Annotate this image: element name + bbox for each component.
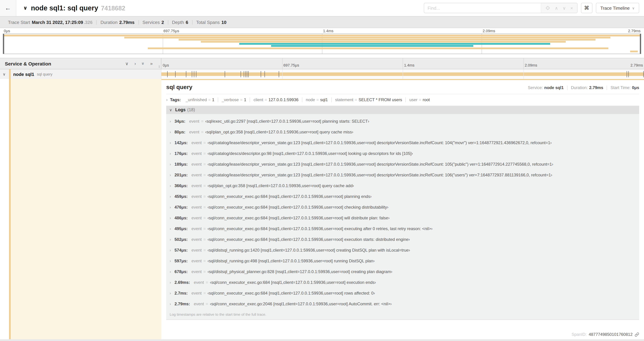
find-input[interactable] — [424, 3, 541, 13]
trace-summary-bar: Trace StartMarch 31 2022, 17:25:09.326Du… — [0, 16, 644, 28]
equals-sign: = — [204, 226, 206, 231]
grid-line — [282, 58, 282, 69]
log-field-key: event — [192, 215, 202, 220]
minimap-canvas[interactable] — [3, 34, 641, 54]
log-entry[interactable]: ›176μs:event=‹sql/catalog/descs/descript… — [166, 148, 639, 159]
logs-header[interactable]: ∨ Logs (18) — [166, 106, 639, 114]
log-timestamp: 366μs: — [174, 183, 188, 188]
log-entry[interactable]: ›366μs:event=‹sql/plan_opt.go:358 [nsql1… — [166, 180, 639, 191]
tag: _unfinished=1 — [182, 97, 218, 102]
log-entry[interactable]: ›678μs:event=‹sql/distsql_physical_plann… — [166, 266, 639, 277]
log-timestamp: 574μs: — [174, 248, 188, 252]
chevron-right-icon: › — [170, 194, 174, 198]
minimap-scrubber-left[interactable] — [3, 34, 4, 54]
log-marker-tick — [628, 71, 629, 77]
timeline-tick-label: 2.79ms — [630, 63, 644, 67]
expand-one-icon[interactable]: › — [134, 61, 136, 66]
equals-sign: = — [204, 162, 206, 167]
trace-collapse-icon[interactable]: ∨ — [23, 5, 27, 11]
trace-view-select[interactable]: Trace Timeline ∨ — [596, 3, 639, 13]
minimap-tick-label: 1.4ms — [322, 29, 334, 33]
log-field-value: ‹sql/conn_executor_exec.go:684 [nsql1,cl… — [208, 215, 390, 220]
log-field-value: ‹sql/exec_util.go:2297 [nsql1,client=127… — [205, 119, 369, 124]
tag-key: statement — [335, 97, 353, 102]
summary-item: Services2 — [138, 20, 168, 25]
log-timestamp: 2.69ms: — [174, 280, 190, 285]
span-bar-cell[interactable] — [161, 69, 644, 79]
log-entry[interactable]: ›2.79ms:event=‹sql/conn_executor_exec.go… — [166, 298, 639, 309]
log-field-key: event — [192, 269, 202, 274]
expand-all-icon[interactable]: » — [150, 61, 153, 66]
tags-label: Tags: — [170, 97, 181, 102]
summary-label: Total Spans — [196, 20, 220, 25]
log-entry[interactable]: ›459μs:event=‹sql/conn_executor_exec.go:… — [166, 191, 639, 202]
log-field-key: event — [192, 290, 202, 295]
log-entry[interactable]: ›201μs:event=‹sql/catalog/lease/descript… — [166, 169, 639, 180]
log-entry[interactable]: ›597μs:event=‹sql/distsql_running.go:498… — [166, 255, 639, 266]
log-entry[interactable]: ›2.69ms:event=‹sql/conn_executor_exec.go… — [166, 277, 639, 288]
log-entry[interactable]: ›486μs:event=‹sql/conn_executor_exec.go:… — [166, 212, 639, 223]
log-marker-tick — [244, 71, 244, 77]
logs-footnote: Log timestamps are relative to the start… — [166, 309, 639, 319]
log-field-value: ‹sql/catalog/descs/descriptor.go:98 [nsq… — [208, 151, 413, 156]
grid-line — [523, 58, 524, 69]
summary-item: Depth6 — [168, 20, 192, 25]
keyboard-shortcuts-button[interactable]: ⌘ — [581, 3, 592, 13]
log-timestamp: 201μs: — [174, 172, 188, 177]
tag: node=sql1 — [302, 97, 331, 102]
chevron-right-icon: › — [170, 237, 174, 241]
collapse-all-icon[interactable]: » — [141, 62, 145, 65]
log-entry[interactable]: ›502μs:event=‹sql/conn_executor_exec.go:… — [166, 234, 639, 245]
tag-key: node — [306, 97, 315, 102]
find-clear-icon[interactable]: × — [570, 6, 573, 10]
summary-label: Trace Start — [8, 20, 30, 25]
deep-link-icon[interactable] — [635, 332, 639, 337]
timeline-header-row: Service & Operation ∨ › » » ‖ 0μs697.75μ… — [0, 58, 644, 69]
find-prev-icon[interactable]: ∧ — [555, 6, 558, 10]
log-timestamp: 678μs: — [174, 269, 188, 274]
log-entry[interactable]: ›80μs:event=‹sql/plan_opt.go:358 [nsql1,… — [166, 127, 639, 137]
tags-row[interactable]: › Tags: _unfinished=1_verbose=1client=12… — [166, 97, 639, 102]
log-field-value: ‹sql/conn_executor_exec.go:684 [nsql1,cl… — [208, 194, 372, 199]
minimap-span-bar — [124, 37, 610, 39]
back-button[interactable]: ← — [0, 0, 16, 16]
minimap-span-bar — [3, 35, 641, 36]
log-entry[interactable]: ›476μs:event=‹sql/conn_executor_exec.go:… — [166, 202, 639, 212]
log-entry[interactable]: ›2.7ms:event=‹sql/conn_executor_exec.go:… — [166, 288, 639, 298]
span-service-name[interactable]: node sql1 — [13, 72, 34, 77]
span-collapse-icon[interactable]: ∨ — [3, 72, 6, 76]
log-entry[interactable]: ›142μs:event=‹sql/catalog/lease/descript… — [166, 137, 639, 148]
chevron-down-icon: ∨ — [169, 108, 172, 112]
span-detail-row: sql query Service:node sql1Duration:2.79… — [0, 79, 644, 339]
minimap-scrubber-right[interactable] — [640, 34, 641, 54]
equals-sign: = — [204, 183, 206, 188]
span-name-column[interactable]: ∨ node sql1 sql query — [0, 69, 161, 79]
minimap-span-bar — [201, 41, 566, 43]
find-next-icon[interactable]: ∨ — [563, 6, 566, 10]
tag-value: 127.0.0.1:59936 — [268, 97, 299, 102]
tag-key: user — [410, 97, 418, 102]
page-title: node sql1: sql query7418682 — [31, 4, 125, 12]
chevron-right-icon: › — [170, 259, 174, 263]
tag-value: sql1 — [320, 97, 328, 102]
equals-sign: = — [265, 97, 267, 102]
equals-sign: = — [204, 248, 206, 252]
log-timestamp: 495μs: — [174, 226, 188, 231]
find-box: ∧ ∨ × — [424, 3, 578, 13]
horizontal-scrollbar-track[interactable] — [0, 339, 644, 341]
log-entry[interactable]: ›189μs:event=‹sql/catalog/lease/descript… — [166, 159, 639, 169]
log-marker-tick — [260, 71, 261, 77]
log-marker-tick — [225, 71, 225, 77]
summary-item: Duration2.79ms — [96, 20, 138, 25]
log-entry[interactable]: ›34μs:event=‹sql/exec_util.go:2297 [nsql… — [166, 116, 639, 127]
log-entry[interactable]: ›495μs:event=‹sql/conn_executor_exec.go:… — [166, 223, 639, 234]
chevron-right-icon: › — [170, 291, 174, 295]
collapse-one-icon[interactable]: ∨ — [125, 61, 128, 66]
column-resizer-handle[interactable]: ‖ — [158, 65, 160, 69]
summary-item: Total Spans10 — [192, 20, 230, 25]
chevron-right-icon: › — [170, 119, 174, 123]
minimap-span-bar — [148, 48, 608, 49]
log-timestamp: 189μs: — [174, 162, 188, 167]
locate-icon[interactable] — [546, 6, 550, 11]
log-entry[interactable]: ›574μs:event=‹sql/distsql_running.go:142… — [166, 245, 639, 255]
